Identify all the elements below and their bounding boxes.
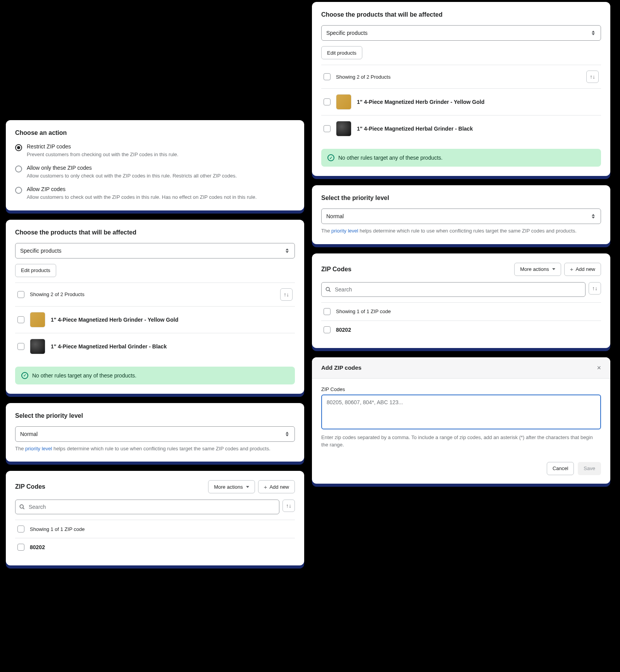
products-title: Choose the products that will be affecte… [15, 229, 295, 236]
zip-list: Showing 1 of 1 ZIP code 80202 [321, 302, 601, 339]
close-icon[interactable]: × [597, 364, 601, 371]
products-title: Choose the products that will be affecte… [321, 11, 601, 18]
zip-codes-textarea[interactable] [321, 395, 601, 429]
sort-button[interactable]: ↑↓ [280, 288, 293, 301]
select-all-checkbox[interactable] [324, 73, 331, 80]
svg-point-2 [326, 287, 329, 291]
add-new-button[interactable]: + Add new [258, 480, 295, 493]
products-list: Showing 2 of 2 Products ↑↓ 1" 4-Piece Ma… [15, 283, 295, 360]
radio-icon [15, 187, 22, 194]
zip-title: ZIP Codes [15, 483, 45, 490]
button-label: More actions [214, 484, 243, 490]
product-checkbox[interactable] [324, 125, 331, 132]
button-label: More actions [520, 266, 549, 272]
zip-codes-card: ZIP Codes More actions + Add new [312, 253, 610, 348]
product-checkbox[interactable] [17, 343, 24, 350]
product-row: 1" 4-Piece Magnetized Herbal Grinder - B… [321, 115, 601, 142]
sort-icon: ↑↓ [284, 291, 289, 298]
product-thumb-icon [336, 94, 351, 110]
select-value: Specific products [326, 30, 368, 36]
zip-value: 80202 [30, 544, 45, 550]
priority-select[interactable]: Normal [15, 426, 295, 442]
product-name: 1" 4-Piece Magnetized Herb Grinder - Yel… [357, 99, 484, 105]
priority-level-link[interactable]: priority level [25, 446, 52, 451]
save-button[interactable]: Save [578, 462, 601, 475]
products-count: Showing 2 of 2 Products [336, 74, 581, 80]
products-scope-select[interactable]: Specific products [321, 25, 601, 41]
banner-text: No other rules target any of these produ… [338, 155, 443, 161]
zip-codes-card: ZIP Codes More actions + Add new [6, 471, 304, 565]
select-value: Specific products [20, 248, 62, 254]
edit-products-button[interactable]: Edit products [15, 264, 56, 277]
success-banner: ✓ No other rules target any of these pro… [321, 149, 601, 167]
sort-icon: ↑↓ [286, 503, 291, 509]
svg-point-0 [20, 505, 23, 508]
action-option-label: Allow only these ZIP codes [27, 165, 237, 171]
zip-count: Showing 1 of 1 ZIP code [30, 526, 293, 532]
action-option-allow[interactable]: Allow ZIP codes Allow customers to check… [15, 186, 295, 201]
product-name: 1" 4-Piece Magnetized Herbal Grinder - B… [357, 126, 473, 132]
success-banner: ✓ No other rules target any of these pro… [15, 367, 295, 384]
zip-list: Showing 1 of 1 ZIP code 80202 [15, 520, 295, 556]
add-new-button[interactable]: + Add new [564, 263, 601, 276]
product-name: 1" 4-Piece Magnetized Herb Grinder - Yel… [51, 317, 178, 323]
updown-icon [591, 213, 596, 220]
action-option-label: Allow ZIP codes [27, 186, 257, 192]
zip-search-input[interactable] [321, 282, 586, 297]
zip-row: 80202 [15, 538, 295, 556]
product-row: 1" 4-Piece Magnetized Herb Grinder - Yel… [321, 89, 601, 115]
priority-select[interactable]: Normal [321, 208, 601, 224]
sort-icon: ↑↓ [592, 285, 598, 291]
radio-icon [15, 144, 22, 151]
svg-line-3 [329, 290, 330, 291]
button-label: Edit products [21, 267, 50, 273]
more-actions-button[interactable]: More actions [208, 480, 255, 493]
updown-icon [284, 431, 290, 438]
products-scope-select[interactable]: Specific products [15, 243, 295, 258]
action-option-allow-only[interactable]: Allow only these ZIP codes Allow custome… [15, 165, 295, 180]
button-label: Save [584, 465, 595, 471]
zip-checkbox[interactable] [17, 544, 24, 551]
priority-card: Select the priority level Normal The pri… [312, 185, 610, 244]
zip-checkbox[interactable] [324, 326, 331, 333]
product-thumb-icon [336, 121, 351, 136]
product-thumb-icon [30, 312, 45, 327]
product-checkbox[interactable] [324, 98, 331, 105]
zip-search-input[interactable] [15, 500, 279, 514]
products-list: Showing 2 of 2 Products ↑↓ 1" 4-Piece Ma… [321, 65, 601, 142]
zip-list-header: Showing 1 of 1 ZIP code [321, 303, 601, 321]
action-option-desc: Allow customers to check out with the ZI… [27, 194, 257, 201]
button-label: Add new [269, 484, 289, 490]
edit-products-button[interactable]: Edit products [321, 46, 362, 59]
priority-title: Select the priority level [321, 195, 601, 202]
priority-help-text: The priority level helps determine which… [15, 445, 295, 453]
add-zip-modal: Add ZIP codes × ZIP Codes Enter zip code… [312, 357, 610, 484]
sort-button[interactable]: ↑↓ [589, 282, 601, 295]
priority-card: Select the priority level Normal The pri… [6, 403, 304, 462]
products-list-header: Showing 2 of 2 Products ↑↓ [15, 283, 295, 307]
product-name: 1" 4-Piece Magnetized Herbal Grinder - B… [51, 343, 167, 350]
sort-button[interactable]: ↑↓ [282, 500, 295, 512]
cancel-button[interactable]: Cancel [547, 462, 574, 475]
banner-text: No other rules target any of these produ… [32, 372, 136, 379]
priority-level-link[interactable]: priority level [331, 228, 358, 234]
more-actions-button[interactable]: More actions [514, 263, 561, 276]
action-option-desc: Allow customers to only check out with t… [27, 172, 237, 180]
action-option-restrict[interactable]: Restrict ZIP codes Prevent customers fro… [15, 143, 295, 159]
product-checkbox[interactable] [17, 316, 24, 323]
chevron-down-icon [552, 268, 555, 270]
choose-action-card: Choose an action Restrict ZIP codes Prev… [6, 120, 304, 210]
sort-icon: ↑↓ [590, 74, 595, 80]
sort-button[interactable]: ↑↓ [586, 71, 599, 83]
priority-title: Select the priority level [15, 412, 295, 419]
updown-icon [591, 29, 596, 36]
select-all-checkbox[interactable] [17, 291, 24, 298]
plus-icon: + [570, 266, 574, 272]
action-option-label: Restrict ZIP codes [27, 143, 178, 150]
select-all-checkbox[interactable] [17, 526, 24, 532]
zip-helper-text: Enter zip codes separated by a comma. To… [321, 434, 601, 449]
button-label: Cancel [553, 465, 568, 471]
products-card: Choose the products that will be affecte… [312, 2, 610, 176]
select-all-checkbox[interactable] [324, 308, 331, 315]
choose-action-title: Choose an action [15, 129, 295, 136]
